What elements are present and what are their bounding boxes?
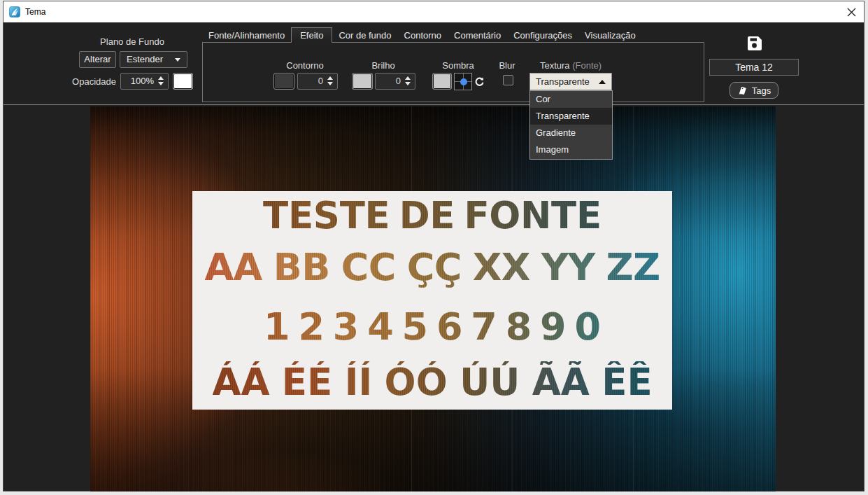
font-test-line-4: ÁÁ ÉÉ ÍÍ ÓÓ ÚÚ ÃÃ ÊÊ <box>192 361 672 403</box>
title-bar: Tema <box>3 1 864 22</box>
spin-down-icon[interactable] <box>405 82 411 85</box>
spinner-arrows[interactable] <box>404 76 411 88</box>
change-background-button[interactable]: Alterar <box>79 51 116 68</box>
background-mode-select[interactable]: Estender <box>120 51 187 68</box>
outline-color-swatch[interactable] <box>273 73 294 90</box>
toolbar: Plano de Fundo Alterar Estender Opacidad… <box>3 22 864 105</box>
tags-button-label: Tags <box>752 85 771 96</box>
close-button[interactable] <box>841 1 862 22</box>
background-mode-value: Estender <box>127 54 163 64</box>
spin-down-icon[interactable] <box>158 82 164 85</box>
tab-comentario[interactable]: Comentário <box>448 28 507 43</box>
chevron-up-icon <box>599 80 606 84</box>
spin-up-icon[interactable] <box>327 76 333 80</box>
tab-fonte-alinhamento[interactable]: Fonte/Alinhamento <box>202 28 291 43</box>
tab-configuracoes[interactable]: Configurações <box>507 28 578 43</box>
spin-up-icon[interactable] <box>405 76 411 80</box>
shadow-direction-dot[interactable] <box>460 78 467 85</box>
shadow-reset-button[interactable] <box>474 76 484 86</box>
tema-window: Tema Plano de Fundo Alterar Estender Opa… <box>3 1 865 491</box>
spinner-arrows[interactable] <box>326 76 334 88</box>
texture-combobox-value: Transparente <box>536 76 590 87</box>
chevron-down-icon <box>175 58 180 62</box>
texture-label: Textura (Fonte) <box>529 60 613 71</box>
background-section-title: Plano de Fundo <box>76 36 188 47</box>
refresh-icon <box>474 76 485 87</box>
font-test-line-3: 1 2 3 4 5 6 7 8 9 0 <box>192 306 672 348</box>
tab-contorno[interactable]: Contorno <box>398 28 448 43</box>
outline-size-spinner[interactable]: 0 <box>297 73 338 90</box>
texture-combobox[interactable]: Transparente <box>529 73 612 90</box>
font-test-panel: TESTE DE FONTE AA BB CC ÇÇ XX YY ZZ 1 2 … <box>192 191 672 410</box>
texture-label-hint: (Fonte) <box>572 60 602 71</box>
close-icon <box>846 7 857 18</box>
font-test-line-2: AA BB CC ÇÇ XX YY ZZ <box>192 246 672 288</box>
texture-option-gradiente[interactable]: Gradiente <box>530 125 612 141</box>
outline-label: Contorno <box>266 60 343 71</box>
texture-dropdown-list: Cor Transparente Gradiente Imagem <box>529 90 613 160</box>
app-icon <box>9 6 20 18</box>
theme-name-field[interactable]: Tema 12 <box>709 59 799 76</box>
tab-visualizacao[interactable]: Visualização <box>578 28 642 43</box>
opacity-value: 100% <box>121 74 154 89</box>
tags-icon <box>737 85 748 96</box>
tags-button[interactable]: Tags <box>730 82 778 99</box>
glow-label: Brilho <box>345 60 422 71</box>
tab-cor-de-fundo[interactable]: Cor de fundo <box>332 28 397 43</box>
texture-option-transparente[interactable]: Transparente <box>530 108 612 125</box>
floppy-disk-icon <box>746 34 764 53</box>
opacity-label: Opacidade <box>31 76 116 87</box>
tab-efeito[interactable]: Efeito <box>291 27 332 43</box>
outline-size-value: 0 <box>298 74 323 89</box>
blur-checkbox[interactable] <box>503 75 513 85</box>
effect-panel <box>202 42 704 102</box>
blur-label: Blur <box>483 60 532 71</box>
texture-option-cor[interactable]: Cor <box>530 91 612 108</box>
shadow-color-swatch[interactable] <box>432 73 452 90</box>
spinner-arrows[interactable] <box>157 76 164 88</box>
texture-label-text: Textura <box>540 60 570 71</box>
glow-size-spinner[interactable]: 0 <box>375 73 415 90</box>
tab-bar: Fonte/Alinhamento Efeito Cor de fundo Co… <box>202 27 642 43</box>
glow-size-value: 0 <box>376 74 401 89</box>
shadow-direction-picker[interactable] <box>454 73 472 90</box>
theme-preview[interactable]: TESTE DE FONTE AA BB CC ÇÇ XX YY ZZ 1 2 … <box>90 106 776 491</box>
font-test-line-1: TESTE DE FONTE <box>192 195 672 237</box>
save-theme-button[interactable] <box>746 34 764 53</box>
main-area: TESTE DE FONTE AA BB CC ÇÇ XX YY ZZ 1 2 … <box>3 106 864 491</box>
opacity-spinner[interactable]: 100% <box>120 73 169 90</box>
glow-color-swatch[interactable] <box>352 73 373 90</box>
background-color-swatch[interactable] <box>173 73 193 90</box>
spin-down-icon[interactable] <box>327 82 333 85</box>
texture-option-imagem[interactable]: Imagem <box>530 141 612 158</box>
spin-up-icon[interactable] <box>158 76 164 80</box>
window-title: Tema <box>25 1 45 22</box>
